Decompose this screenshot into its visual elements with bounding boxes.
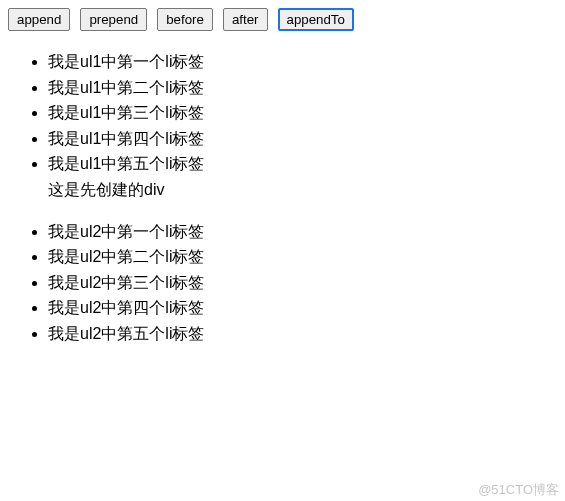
watermark: @51CTO博客 (478, 481, 559, 499)
before-button[interactable]: before (157, 8, 213, 31)
prepend-button[interactable]: prepend (80, 8, 147, 31)
appendTo-button[interactable]: appendTo (278, 8, 354, 31)
created-div: 这是先创建的div (8, 177, 557, 203)
list-item: 我是ul1中第二个li标签 (48, 75, 557, 101)
list-item: 我是ul1中第一个li标签 (48, 49, 557, 75)
list-item: 我是ul2中第四个li标签 (48, 295, 557, 321)
button-toolbar: append prepend before after appendTo (8, 8, 557, 31)
list-item: 我是ul2中第一个li标签 (48, 219, 557, 245)
list-item: 我是ul1中第五个li标签 (48, 151, 557, 177)
list-item: 我是ul2中第二个li标签 (48, 244, 557, 270)
list-item: 我是ul2中第三个li标签 (48, 270, 557, 296)
after-button[interactable]: after (223, 8, 268, 31)
list-item: 我是ul1中第四个li标签 (48, 126, 557, 152)
ul1-list: 我是ul1中第一个li标签 我是ul1中第二个li标签 我是ul1中第三个li标… (8, 49, 557, 177)
list-item: 我是ul1中第三个li标签 (48, 100, 557, 126)
ul2-list: 我是ul2中第一个li标签 我是ul2中第二个li标签 我是ul2中第三个li标… (8, 219, 557, 347)
append-button[interactable]: append (8, 8, 70, 31)
list-item: 我是ul2中第五个li标签 (48, 321, 557, 347)
